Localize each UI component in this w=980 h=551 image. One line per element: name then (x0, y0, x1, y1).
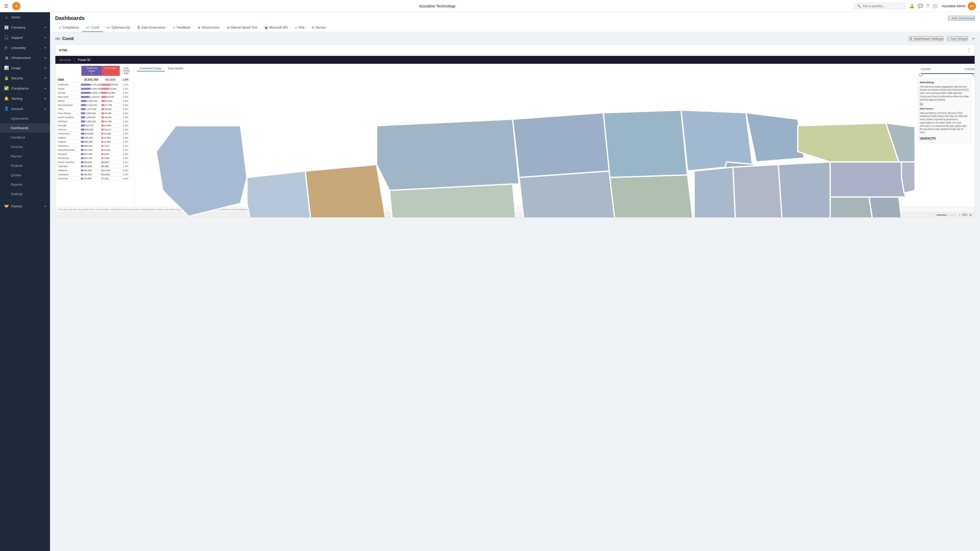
confirmed-bar (81, 169, 83, 171)
usafacts-logo[interactable]: USAFACTS (920, 136, 969, 141)
search-bar[interactable]: 🔍 (854, 3, 905, 9)
tab-internet-speed[interactable]: 🖥 Internet Speed Test (223, 24, 261, 32)
chevron-down-icon: ▾ (45, 36, 46, 39)
help-icon[interactable]: ? (927, 4, 929, 8)
sidebar-item-settings[interactable]: Settings (0, 189, 50, 199)
confirmed-bar-cell: 1,117,769 (81, 108, 101, 110)
confirmed-bar (81, 165, 83, 167)
tab-service[interactable]: ⚙ Service (308, 24, 329, 32)
powerbi-label: Power BI (78, 58, 90, 62)
tab-data-governance[interactable]: 🗄 Data Governance (134, 24, 169, 32)
sidebar-item-partner[interactable]: 🤝 Partner ▾ (0, 201, 50, 211)
date-range-control: 1/22/2020 7/19/2021 (920, 67, 975, 76)
sidebar-item-infrastructure[interactable]: 🖥 Infrastructure ▾ (0, 53, 50, 63)
tab-risk[interactable]: ⚠ Risk (291, 24, 308, 32)
state-name-label: Minnesota (58, 157, 81, 159)
share-icon[interactable]: ↗ (972, 37, 975, 41)
usa-confirmed: 33,501,769 (81, 78, 101, 81)
confirmed-bar-cell: 1,025,837 (81, 116, 101, 119)
deaths-bar-cell: 7,638 (101, 157, 119, 159)
methodology-link[interactable]: link (920, 103, 923, 105)
total-deaths-tab[interactable]: Total Deaths (165, 66, 186, 71)
zoom-minus-icon[interactable]: − (933, 213, 934, 216)
tab-infrastructure[interactable]: 🖥 Infrastructure (194, 24, 223, 32)
deaths-value: 51,634 (110, 87, 117, 90)
search-input[interactable] (862, 4, 902, 8)
sidebar-label-support: Support (11, 36, 23, 40)
tab-compliance[interactable]: ⚠ Compliance (55, 24, 82, 32)
sidebar-item-agreements[interactable]: Agreements (0, 114, 50, 123)
sidebar-item-invoices[interactable]: Invoices (0, 142, 50, 151)
deaths-bar (101, 100, 105, 102)
partner-icon: 🤝 (4, 204, 9, 208)
screen-icon[interactable]: ⬜ (932, 3, 938, 8)
chat-icon[interactable]: 💬 (918, 3, 923, 8)
sidebar: ⌂ Home 🏢 Company ▾ 🎧 Support ▾ 🎓 Univers… (0, 12, 50, 551)
compliance-tab-icon: ⚠ (59, 26, 61, 29)
tab-microsoft365[interactable]: 📦 Microsoft 365 (261, 24, 291, 32)
confirmed-value: 1,216,763 (86, 104, 97, 106)
tab-feedback[interactable]: ☺ Feedback (169, 24, 194, 32)
sidebar-item-dashboards[interactable]: Dashboards (0, 123, 50, 133)
usa-deaths: 602,809 (101, 78, 119, 81)
deaths-bar (101, 88, 109, 90)
user-name: Azurative Admin (942, 4, 966, 8)
cfr-value: 1.2% (119, 165, 132, 168)
add-widget-button[interactable]: + Add Widget (947, 36, 968, 41)
menu-icon[interactable]: ☰ (4, 3, 8, 9)
confirmed-bar-cell: 3,761,997 (81, 83, 101, 86)
dashboard-tabs: ⚠ Compliance </> Covid </> Cybersecurity… (55, 24, 975, 32)
zoom-plus-icon[interactable]: + (959, 213, 960, 216)
sidebar-item-home[interactable]: ⌂ Home (0, 12, 50, 22)
user-menu[interactable]: Azurative Admin AA (942, 2, 976, 10)
sidebar-item-planner[interactable]: Planner (0, 151, 50, 161)
dashboard-settings-button[interactable]: ⚙ Dashboard Settings (909, 36, 943, 41)
sidebar-item-alerting[interactable]: 🔔 Alerting ▾ (0, 94, 50, 103)
sidebar-item-security[interactable]: 🔒 Security ▾ (0, 73, 50, 83)
deaths-bar-cell: 18,117 (101, 128, 119, 131)
confirmed-cases-tab[interactable]: Confirmed Cases (137, 66, 165, 71)
sidebar-item-company[interactable]: 🏢 Company ▾ (0, 22, 50, 32)
sidebar-item-feedback[interactable]: Feedback (0, 133, 50, 142)
tab-covid[interactable]: </> Covid (82, 24, 103, 32)
notification-icon[interactable]: 🔔 (909, 3, 915, 8)
add-dashboard-button[interactable]: + Add Dashboard (948, 16, 975, 21)
powerbi-header: Microsoft | Power BI (56, 56, 975, 64)
slider-thumb-right[interactable] (973, 73, 975, 77)
deaths-value: 11,443 (103, 169, 110, 171)
deaths-value: 9,474 (103, 153, 109, 156)
state-wv (830, 197, 873, 218)
sidebar-item-account[interactable]: 👤 Account ▴ (0, 103, 50, 114)
sidebar-item-projects[interactable]: Projects (0, 161, 50, 170)
zoom-slider[interactable] (936, 214, 957, 216)
deaths-bar (101, 84, 111, 86)
confirmed-bar (81, 84, 91, 86)
sidebar-label-planner: Planner (11, 154, 22, 158)
date-slider[interactable] (921, 71, 975, 76)
sidebar-item-university[interactable]: 🎓 University ▾ (0, 43, 50, 53)
fullscreen-icon[interactable]: ⊞ (969, 213, 972, 216)
company-icon: 🏢 (4, 25, 9, 30)
deaths-bar-cell: 7,374 (101, 144, 119, 147)
deaths-value: 11,483 (103, 141, 111, 143)
confirmed-bar (81, 112, 85, 114)
widget-menu-icon[interactable]: ⋮ (966, 48, 971, 53)
tab-cybersecurity[interactable]: </> Cybersecurity (103, 24, 134, 32)
sidebar-item-support[interactable]: 🎧 Support ▾ (0, 32, 50, 43)
deaths-bar (101, 96, 107, 98)
confirmed-bar-cell: 765,104 (81, 137, 101, 139)
sidebar-item-quotes[interactable]: Quotes (0, 170, 50, 180)
cfr-value: 1.4% (119, 132, 132, 135)
confirmed-bar (81, 141, 84, 143)
confirmed-bar-cell: 607,784 (81, 157, 101, 159)
sidebar-item-compliance[interactable]: ✅ Compliance ▾ (0, 83, 50, 94)
sidebar-item-reports[interactable]: Reports (0, 180, 50, 189)
table-headers: ConfirmedCases ▼ Total Deaths Case Fatal… (57, 66, 132, 76)
confirmed-bar-cell: 647,403 (81, 153, 101, 156)
cfr-value: 2.0% (119, 128, 132, 131)
covid-right-panel: Confirmed Cases Total Deaths (135, 64, 975, 206)
slider-thumb-left[interactable] (919, 73, 922, 77)
deaths-bar (101, 116, 104, 118)
compliance-icon: ✅ (4, 86, 9, 91)
sidebar-item-usage[interactable]: 📊 Usage ▾ (0, 63, 50, 73)
